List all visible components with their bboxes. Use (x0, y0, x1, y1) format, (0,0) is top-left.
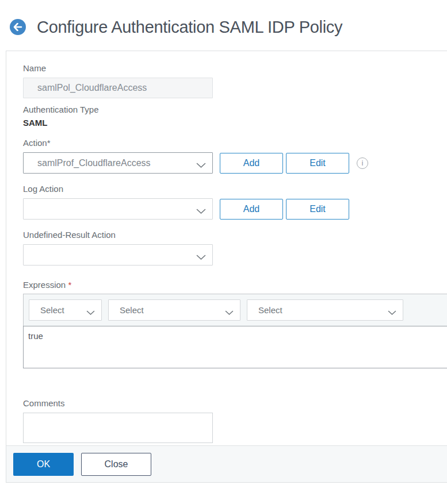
form-footer: OK Close (6, 445, 447, 482)
chevron-down-icon (196, 206, 206, 217)
chevron-down-icon (86, 307, 95, 318)
log-action-edit-button[interactable]: Edit (286, 199, 349, 220)
chevron-down-icon (196, 252, 206, 263)
expression-select-1[interactable]: Select (29, 299, 102, 321)
comments-input[interactable] (23, 413, 213, 443)
action-select-value: samlProf_CloudflareAccess (37, 158, 151, 168)
expression-select-2[interactable]: Select (108, 299, 240, 321)
chevron-down-icon (196, 160, 206, 171)
page-title: Configure Authentication SAML IDP Policy (37, 16, 342, 39)
arrow-left-icon (13, 23, 22, 31)
log-action-add-button[interactable]: Add (220, 199, 283, 220)
chevron-down-icon (225, 307, 234, 318)
log-action-select[interactable] (23, 198, 213, 220)
chevron-down-icon (388, 307, 396, 318)
expression-toolbar: Select Select Select (23, 294, 447, 326)
log-action-label: Log Action (23, 184, 447, 194)
undefined-result-action-select[interactable] (23, 244, 213, 266)
authentication-type-value: SAML (23, 118, 447, 128)
log-action-row: Add Edit (23, 198, 447, 220)
expression-select-2-value: Select (120, 305, 144, 315)
action-select[interactable]: samlProf_CloudflareAccess (23, 152, 213, 174)
form-panel: Name Authentication Type SAML Action* sa… (6, 51, 447, 483)
info-icon[interactable]: i (357, 157, 368, 169)
action-edit-button[interactable]: Edit (286, 153, 349, 174)
ok-button[interactable]: OK (13, 453, 74, 476)
expression-select-3-value: Select (258, 305, 282, 315)
undefined-result-action-label: Undefined-Result Action (23, 230, 447, 240)
authentication-type-label: Authentication Type (23, 105, 447, 114)
back-button[interactable] (10, 19, 26, 35)
action-row: samlProf_CloudflareAccess Add Edit i (23, 152, 447, 174)
expression-select-1-value: Select (40, 305, 64, 315)
expression-select-3[interactable]: Select (247, 299, 403, 321)
page-header: Configure Authentication SAML IDP Policy (0, 0, 447, 51)
expression-editor[interactable]: true (23, 326, 447, 368)
expression-label: Expression * (23, 280, 447, 290)
name-label: Name (23, 63, 447, 73)
expression-label-text: Expression (23, 280, 66, 290)
comments-label: Comments (23, 398, 447, 408)
close-button[interactable]: Close (81, 453, 151, 476)
action-label: Action* (23, 138, 447, 148)
required-asterisk: * (68, 280, 71, 290)
name-input[interactable] (23, 78, 213, 98)
action-add-button[interactable]: Add (220, 153, 283, 174)
